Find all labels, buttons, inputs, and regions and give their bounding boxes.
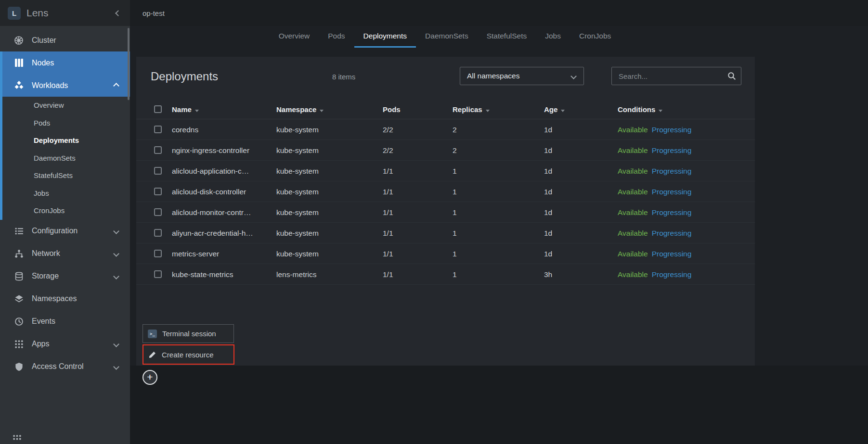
search-input[interactable] (619, 72, 727, 80)
sidebar-item-namespaces[interactable]: Namespaces (0, 288, 130, 310)
tab-cronjobs[interactable]: CronJobs (570, 26, 620, 48)
table-row[interactable]: alicloud-disk-controller kube-system 1/1… (136, 181, 755, 202)
pencil-icon (148, 351, 156, 359)
cell-replicas: 1 (453, 264, 457, 285)
row-menu-icon[interactable] (732, 147, 738, 153)
tab-deployments[interactable]: Deployments (354, 26, 416, 48)
namespace-select-value: All namespaces (467, 72, 571, 80)
table-row[interactable]: kube-state-metrics lens-metrics 1/1 1 3h… (136, 264, 755, 285)
chevron-down-icon (114, 362, 118, 371)
row-checkbox[interactable] (154, 229, 162, 237)
cell-name: coredns (172, 119, 198, 140)
sidebar-item-events[interactable]: Events (0, 310, 130, 333)
sidebar-subitem-jobs[interactable]: Jobs (2, 185, 130, 203)
sidebar-subitem-cronjobs[interactable]: CronJobs (2, 202, 130, 220)
search-icon[interactable] (727, 72, 736, 80)
table-row[interactable]: alicloud-monitor-contr… kube-system 1/1 … (136, 202, 755, 223)
sidebar-item-storage[interactable]: Storage (0, 265, 130, 288)
row-checkbox[interactable] (154, 167, 162, 175)
sidebar-item-label: Workloads (32, 81, 68, 90)
cell-replicas: 1 (453, 202, 457, 223)
tab-jobs[interactable]: Jobs (536, 26, 570, 48)
row-menu-icon[interactable] (732, 251, 738, 256)
cell-conditions: AvailableProgressing (618, 119, 691, 140)
cell-replicas: 1 (453, 223, 457, 243)
row-menu-icon[interactable] (732, 168, 738, 174)
table-row[interactable]: metrics-server kube-system 1/1 1 1d Avai… (136, 243, 755, 264)
column-header-namespace[interactable]: Namespace (276, 100, 324, 119)
sidebar-subitem-statefulsets[interactable]: StatefulSets (2, 167, 130, 185)
sort-arrow-icon (320, 110, 324, 112)
sidebar-subitem-deployments[interactable]: Deployments (2, 132, 130, 150)
table-row[interactable]: aliyun-acr-credential-h… kube-system 1/1… (136, 223, 755, 243)
row-menu-icon[interactable] (732, 271, 738, 277)
chevron-down-icon (571, 72, 576, 80)
namespaces-icon (13, 294, 25, 304)
select-all-checkbox[interactable] (154, 105, 162, 113)
row-checkbox[interactable] (154, 270, 162, 278)
topbar: op-test (130, 0, 868, 26)
sidebar-nav: Cluster Nodes Workload (0, 26, 130, 378)
sort-arrow-icon (659, 110, 662, 112)
table-row[interactable]: coredns kube-system 2/2 2 1d AvailablePr… (136, 119, 755, 140)
row-checkbox[interactable] (154, 146, 162, 154)
table-row[interactable]: nginx-ingress-controller kube-system 2/2… (136, 140, 755, 161)
sidebar-item-partial[interactable] (0, 434, 22, 444)
create-resource-button[interactable]: Create resource (143, 344, 234, 365)
row-menu-icon[interactable] (732, 189, 738, 194)
row-checkbox[interactable] (154, 188, 162, 195)
chevron-down-icon (114, 227, 118, 235)
sidebar-scrollbar[interactable] (128, 28, 130, 100)
apps-grid-icon (13, 340, 25, 349)
create-resource-label: Create resource (162, 351, 214, 359)
row-menu-icon[interactable] (732, 209, 738, 215)
sidebar-item-workloads[interactable]: Workloads (0, 74, 130, 97)
cell-pods: 1/1 (383, 202, 393, 223)
table-row[interactable]: alicloud-application-c… kube-system 1/1 … (136, 161, 755, 181)
row-checkbox[interactable] (154, 126, 162, 133)
tab-pods[interactable]: Pods (319, 26, 354, 48)
row-checkbox[interactable] (154, 250, 162, 257)
column-header-conditions[interactable]: Conditions (618, 100, 662, 119)
column-header-name[interactable]: Name (172, 100, 199, 119)
cell-conditions: AvailableProgressing (618, 161, 691, 181)
namespace-select[interactable]: All namespaces (460, 67, 584, 85)
cell-age: 1d (544, 119, 552, 140)
sidebar-item-apps[interactable]: Apps (0, 333, 130, 355)
row-menu-icon[interactable] (732, 127, 738, 132)
app-title: Lens (26, 7, 108, 19)
terminal-session-button[interactable]: >_ Terminal session (143, 324, 234, 343)
bottom-dock-area (130, 366, 868, 444)
row-menu-icon[interactable] (732, 230, 738, 236)
tab-daemonsets[interactable]: DaemonSets (416, 26, 478, 48)
sidebar-item-network[interactable]: Network (0, 242, 130, 265)
sidebar-item-cluster[interactable]: Cluster (0, 29, 130, 51)
configuration-icon (13, 227, 25, 236)
sidebar-item-nodes[interactable]: Nodes (0, 51, 130, 74)
search-box (611, 67, 741, 85)
sidebar-subitem-overview[interactable]: Overview (2, 97, 130, 114)
row-checkbox[interactable] (154, 208, 162, 216)
column-header-pods[interactable]: Pods (383, 100, 401, 119)
tab-overview[interactable]: Overview (270, 26, 319, 48)
sidebar-collapse-button[interactable] (114, 7, 122, 19)
cell-conditions: AvailableProgressing (618, 264, 691, 285)
kubernetes-wheel-icon (13, 36, 25, 45)
cell-age: 1d (544, 161, 552, 181)
deployments-panel: Deployments 8 items All namespaces Name … (136, 57, 755, 366)
add-menu-button[interactable]: + (143, 370, 157, 385)
sidebar-item-configuration[interactable]: Configuration (0, 220, 130, 242)
column-header-replicas[interactable]: Replicas (453, 100, 490, 119)
cell-name: nginx-ingress-controller (172, 140, 249, 161)
tab-statefulsets[interactable]: StatefulSets (478, 26, 536, 48)
workloads-submenu: Overview Pods Deployments DaemonSets Sta… (0, 97, 130, 220)
chevron-up-icon (114, 81, 118, 90)
cluster-name: op-test (130, 9, 165, 17)
chevron-left-icon (115, 10, 121, 16)
cell-replicas: 1 (453, 181, 457, 202)
column-header-age[interactable]: Age (544, 100, 565, 119)
sidebar-item-access-control[interactable]: Access Control (0, 355, 130, 378)
sidebar-item-label: Configuration (32, 227, 78, 235)
sidebar-subitem-pods[interactable]: Pods (2, 114, 130, 132)
sidebar-subitem-daemonsets[interactable]: DaemonSets (2, 150, 130, 167)
